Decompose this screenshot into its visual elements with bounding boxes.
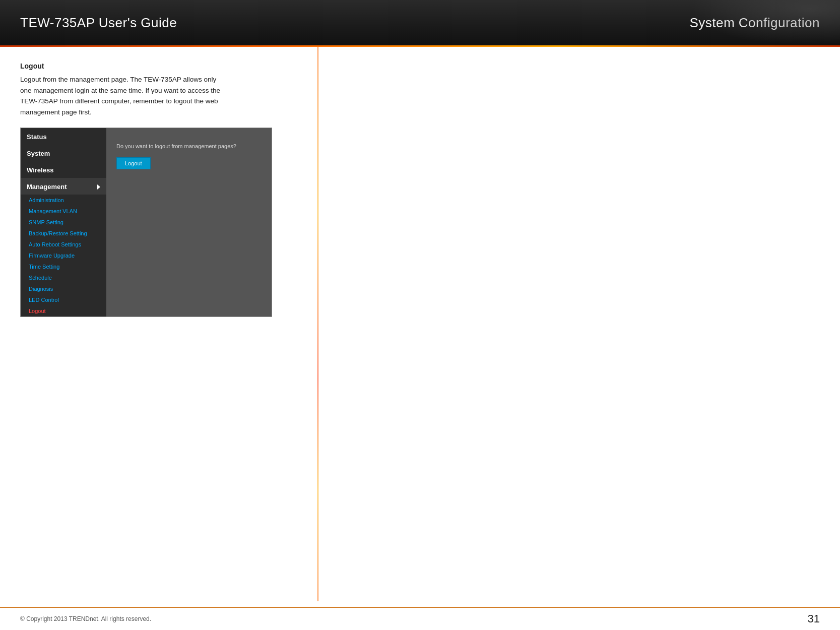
sidebar-item-diagnosis[interactable]: Diagnosis [21, 283, 106, 294]
sidebar-item-administration[interactable]: Administration [21, 195, 106, 206]
label-backup-restore: Backup/Restore Setting [29, 230, 87, 236]
sidebar-item-status[interactable]: Status [21, 128, 106, 145]
sidebar-item-led-control[interactable]: LED Control [21, 294, 106, 305]
section-title: Logout [20, 62, 820, 70]
screenshot-sidebar: Status System Wireless Management Admini… [21, 128, 106, 317]
label-logout-nav: Logout [29, 308, 46, 314]
label-time-setting: Time Setting [29, 264, 59, 270]
section-text-line3: TEW-735AP from different computer, remem… [20, 97, 218, 105]
copyright-text: © Copyright 2013 TRENDnet. All rights re… [20, 615, 151, 622]
page-number: 31 [808, 612, 820, 625]
sidebar-item-time-setting[interactable]: Time Setting [21, 261, 106, 272]
label-administration: Administration [29, 197, 64, 203]
sidebar-item-schedule[interactable]: Schedule [21, 272, 106, 283]
sidebar-label-system: System [27, 150, 50, 157]
section-text-line2: one management login at the same time. I… [20, 87, 220, 94]
section-description: Logout from the management page. The TEW… [20, 74, 302, 117]
sidebar-item-wireless[interactable]: Wireless [21, 161, 106, 178]
page-footer: © Copyright 2013 TRENDnet. All rights re… [0, 607, 840, 630]
chevron-right-icon [97, 184, 100, 190]
section-text-line1: Logout from the management page. The TEW… [20, 76, 216, 83]
label-firmware-upgrade: Firmware Upgrade [29, 253, 75, 259]
label-management-vlan: Management VLAN [29, 208, 77, 214]
sidebar-item-logout[interactable]: Logout [21, 305, 106, 317]
screenshot-content: Do you want to logout from management pa… [106, 128, 272, 317]
label-auto-reboot: Auto Reboot Settings [29, 241, 81, 247]
sidebar-item-auto-reboot[interactable]: Auto Reboot Settings [21, 239, 106, 250]
ui-screenshot: Status System Wireless Management Admini… [20, 128, 272, 317]
header-title-right: System Configuration [689, 15, 820, 31]
main-content: Logout Logout from the management page. … [0, 47, 840, 317]
header-title-left: TEW-735AP User's Guide [20, 15, 177, 31]
label-led-control: LED Control [29, 297, 59, 303]
sidebar-item-backup-restore[interactable]: Backup/Restore Setting [21, 228, 106, 239]
logout-prompt-text: Do you want to logout from management pa… [116, 143, 262, 149]
vertical-divider [317, 47, 318, 601]
sidebar-label-status: Status [27, 133, 47, 141]
sidebar-item-management[interactable]: Management [21, 178, 106, 195]
sidebar-label-wireless: Wireless [27, 166, 53, 174]
label-snmp-setting: SNMP Setting [29, 219, 63, 225]
page-header: TEW-735AP User's Guide System Configurat… [0, 0, 840, 45]
sidebar-item-management-vlan[interactable]: Management VLAN [21, 206, 106, 217]
sidebar-item-firmware-upgrade[interactable]: Firmware Upgrade [21, 250, 106, 261]
sidebar-item-system[interactable]: System [21, 145, 106, 161]
section-text-line4: management page first. [20, 108, 92, 116]
sidebar-label-management: Management [27, 183, 67, 191]
sidebar-item-snmp-setting[interactable]: SNMP Setting [21, 217, 106, 228]
label-schedule: Schedule [29, 275, 52, 281]
label-diagnosis: Diagnosis [29, 286, 53, 292]
logout-button[interactable]: Logout [116, 157, 151, 169]
